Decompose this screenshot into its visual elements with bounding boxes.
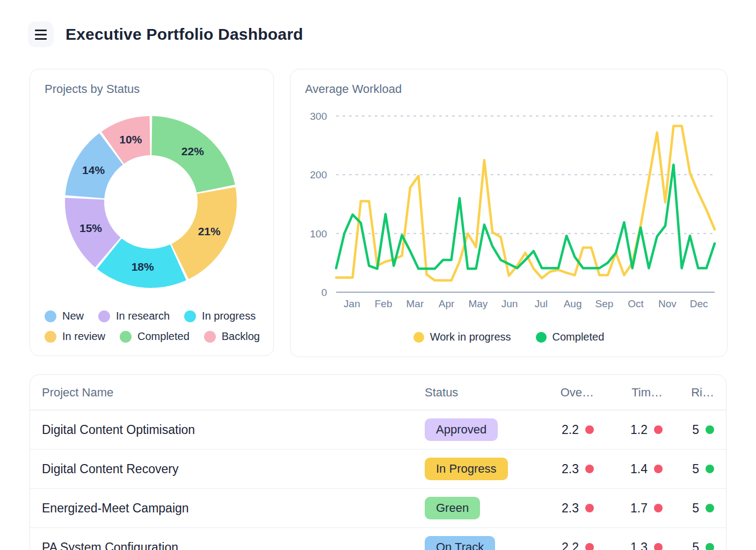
metric-value: 1.4 (630, 462, 648, 476)
table-row[interactable]: Energized-Meet CampaignGreen2.31.75 (30, 489, 726, 528)
project-name-cell: PA System Configuration (42, 540, 425, 550)
x-axis-month-label: Sep (595, 298, 613, 309)
legend-label: In review (62, 330, 105, 343)
x-axis-month-label: Jan (344, 298, 360, 309)
column-header-project-name: Project Name (42, 386, 425, 400)
legend-label: Work in progress (430, 331, 511, 343)
workload-chart-legend: Work in progressCompleted (290, 331, 727, 343)
x-axis-month-label: May (468, 298, 488, 309)
legend-dot-icon (184, 310, 196, 322)
metric-cell: 2.3 (525, 501, 594, 516)
status-chart-legend: NewIn researchIn progressIn reviewComple… (45, 310, 264, 343)
y-axis-tick-label: 300 (310, 111, 327, 122)
donut-segment-label: 14% (82, 164, 105, 176)
metric-dot-red (585, 465, 594, 473)
legend-item-in-progress: In progress (184, 310, 256, 322)
legend-dot-icon (413, 332, 424, 343)
metric-value: 5 (692, 462, 699, 476)
metric-dot-green (706, 425, 714, 434)
metric-dot-red (654, 543, 663, 550)
metric-dot-green (706, 543, 714, 550)
x-axis-month-label: Jun (501, 298, 518, 309)
column-header-status: Status (425, 386, 525, 400)
legend-dot-icon (536, 332, 547, 343)
legend-label: New (62, 310, 84, 322)
y-axis-tick-label: 100 (310, 228, 327, 240)
metric-cell: 1.2 (594, 423, 663, 437)
legend-item-backlog: Backlog (204, 330, 260, 343)
line-card-title: Average Workload (305, 82, 402, 96)
metric-cell: 5 (663, 540, 714, 550)
project-name-cell: Energized-Meet Campaign (42, 501, 425, 516)
metric-value: 1.7 (630, 501, 648, 516)
legend-item-work-in-progress: Work in progress (413, 331, 511, 343)
legend-label: In research (116, 310, 170, 322)
legend-item-completed: Completed (536, 331, 605, 343)
legend-item-in-research: In research (98, 310, 170, 322)
metric-cell: 1.7 (594, 501, 663, 516)
x-axis-month-label: Jul (535, 298, 548, 309)
legend-dot-icon (120, 331, 132, 343)
legend-item-completed: Completed (120, 330, 190, 343)
metric-cell: 5 (663, 462, 714, 476)
metric-dot-red (654, 425, 663, 434)
app-header: Executive Portfolio Dashboard (28, 21, 303, 47)
metric-dot-green (706, 465, 714, 473)
page-title: Executive Portfolio Dashboard (66, 25, 303, 44)
legend-dot-icon (204, 331, 216, 343)
status-badge: Green (425, 497, 480, 519)
metric-cell: 5 (663, 423, 714, 437)
metric-value: 2.3 (562, 462, 579, 476)
metric-dot-red (654, 504, 663, 512)
x-axis-month-label: Dec (690, 298, 708, 309)
metric-dot-red (585, 504, 594, 512)
donut-segment-label: 18% (132, 260, 154, 273)
metric-value: 1.2 (630, 423, 648, 437)
metric-value: 1.3 (630, 540, 648, 550)
metric-value: 5 (692, 423, 699, 437)
metric-dot-green (706, 504, 714, 512)
table-header-row: Project NameStatusOve…Tim…Ri… (30, 375, 726, 410)
table-row[interactable]: PA System ConfigurationOn Track2.21.35 (30, 528, 726, 550)
x-axis-month-label: Oct (628, 298, 644, 309)
metric-value: 2.3 (562, 501, 579, 516)
project-name-cell: Digital Content Optimisation (42, 423, 425, 437)
metric-value: 2.2 (562, 540, 579, 550)
metric-cell: 5 (663, 501, 714, 516)
status-badge: In Progress (425, 458, 508, 480)
x-axis-month-label: Mar (406, 298, 424, 309)
legend-label: Completed (553, 331, 605, 343)
table-body: Digital Content OptimisationApproved2.21… (30, 410, 726, 550)
donut-segment-label: 22% (181, 145, 204, 157)
metric-cell: 2.2 (525, 540, 594, 550)
metric-cell: 2.3 (525, 462, 594, 476)
column-header-ove-: Ove… (525, 386, 594, 400)
column-header-ri-: Ri… (663, 386, 714, 400)
table-row[interactable]: Digital Content OptimisationApproved2.21… (30, 410, 726, 450)
metric-cell: 1.3 (594, 540, 663, 550)
metric-dot-red (585, 543, 594, 550)
y-axis-tick-label: 0 (321, 287, 327, 298)
donut-segment-label: 21% (198, 225, 221, 237)
legend-item-in-review: In review (45, 330, 105, 343)
legend-dot-icon (98, 310, 110, 322)
table-row[interactable]: Digital Content RecoveryIn Progress2.31.… (30, 450, 726, 489)
legend-label: Completed (137, 330, 190, 343)
average-workload-card: Average Workload 3002001000JanFebMarAprM… (290, 69, 728, 357)
legend-item-new: New (45, 310, 84, 322)
metric-value: 2.2 (562, 423, 579, 437)
projects-table-card: Project NameStatusOve…Tim…Ri… Digital Co… (30, 374, 726, 550)
donut-segment-label: 10% (119, 133, 142, 146)
x-axis-month-label: Aug (564, 298, 582, 309)
donut-segment-label: 15% (79, 222, 102, 234)
legend-dot-icon (45, 331, 56, 343)
status-donut-chart: 22%21%18%15%14%10% (41, 100, 264, 288)
workload-line-chart: 3002001000JanFebMarAprMayJunJulAugSepOct… (290, 97, 728, 323)
metric-value: 5 (692, 540, 699, 550)
donut-card-title: Projects by Status (45, 82, 140, 96)
x-axis-month-label: Nov (658, 298, 677, 309)
legend-dot-icon (45, 310, 56, 322)
menu-button[interactable] (28, 21, 54, 47)
x-axis-month-label: Feb (375, 298, 392, 309)
y-axis-tick-label: 200 (310, 169, 327, 180)
